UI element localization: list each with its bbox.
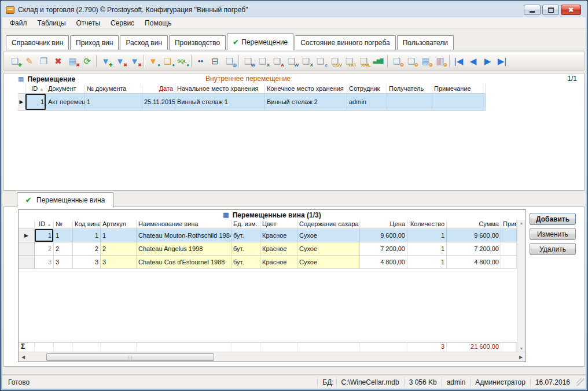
cell[interactable]: Сухое	[297, 229, 360, 242]
cell[interactable]: Chateau Cos d'Estournel 1988	[137, 256, 231, 269]
menu-tables[interactable]: Таблицы	[32, 18, 71, 28]
column-header[interactable]: Артикул	[101, 220, 137, 229]
tab-production[interactable]: Производство	[169, 35, 226, 50]
cell[interactable]: 1	[85, 94, 142, 110]
scroll-right-icon[interactable]: ▶	[516, 352, 525, 362]
cell[interactable]: 4 800,00	[360, 256, 407, 269]
edit-button[interactable]: Изменить	[530, 228, 576, 240]
nav-prev-button[interactable]: ◀	[466, 54, 480, 68]
table-row[interactable]: 2222Chateau Angelus 1998бут.КрасноеСухое…	[19, 242, 517, 256]
minimize-button[interactable]	[524, 5, 541, 15]
cell[interactable]: 2	[101, 242, 137, 256]
column-header[interactable]: Ед. изм.	[231, 220, 260, 229]
column-header[interactable]: Наименование вина	[137, 220, 231, 229]
filter-view-button[interactable]: ▼●	[146, 54, 160, 68]
cell[interactable]: Chateau Angelus 1998	[137, 242, 231, 256]
scroll-up-icon[interactable]: ▲	[520, 221, 524, 225]
tab-wine-arrival[interactable]: Приход вин	[70, 35, 119, 50]
column-header[interactable]: Начальное место хранения	[175, 84, 265, 94]
close-button[interactable]: ✖	[561, 5, 581, 15]
export-word-button[interactable]: ❏W	[241, 54, 255, 68]
column-header[interactable]: Примеч	[501, 220, 517, 229]
cell[interactable]: 3	[35, 256, 54, 269]
cell[interactable]	[501, 229, 517, 242]
table-row[interactable]: 3333Chateau Cos d'Estournel 1988бут.Крас…	[19, 256, 517, 269]
cell[interactable]: 4 800,00	[447, 256, 501, 269]
cell[interactable]: admin	[347, 94, 387, 110]
cell[interactable]: Красное	[260, 229, 297, 242]
row-selector[interactable]: ▶	[18, 94, 25, 110]
structure-view-button[interactable]: ❑●	[160, 54, 175, 68]
add-record-button[interactable]: ❏✚	[8, 54, 22, 68]
column-header[interactable]: Количество	[407, 220, 447, 229]
table-row[interactable]: ▶1Акт перемещения125.11.2015Винный стела…	[18, 94, 486, 110]
chart-button[interactable]: ▃▆█	[371, 54, 385, 68]
column-header[interactable]: Получатель	[387, 84, 432, 94]
filter-add-button[interactable]: ▼✚	[98, 54, 113, 68]
delete-record-button[interactable]: ✖	[51, 54, 65, 68]
cell[interactable]: 1	[101, 229, 137, 242]
cell[interactable]	[501, 242, 517, 256]
sql-view-button[interactable]: SQL●	[175, 54, 189, 68]
delete-from-table-button[interactable]: ▦✖	[65, 54, 80, 68]
cell[interactable]: Сухое	[297, 256, 360, 269]
column-header[interactable]: Сотрудник	[347, 84, 387, 94]
column-header[interactable]	[19, 220, 35, 229]
find-button[interactable]: ●●	[193, 54, 208, 68]
export-excel-button[interactable]: ❏X	[255, 54, 270, 68]
form-settings-button[interactable]: ❏⚙	[404, 54, 418, 68]
column-header[interactable]: Дата	[142, 84, 175, 94]
tab-moved-wines[interactable]: ✔ Перемещенные вина	[17, 192, 113, 208]
cell[interactable]: 7 200,00	[360, 242, 407, 256]
cell[interactable]: бут.	[231, 256, 260, 269]
nav-first-button[interactable]: |◀	[451, 54, 466, 68]
row-selector[interactable]	[19, 242, 35, 256]
cell[interactable]	[432, 94, 486, 110]
horizontal-scrollbar[interactable]: ◀ ||| ▶	[19, 352, 525, 362]
cell[interactable]: 1	[407, 229, 447, 242]
cell[interactable]: 9 600,00	[360, 229, 407, 242]
menu-service[interactable]: Сервис	[105, 18, 139, 28]
tab-wine-directory[interactable]: Справочник вин	[6, 35, 69, 50]
cell[interactable]: 1	[407, 242, 447, 256]
export-pdf-button[interactable]: ❏A	[270, 54, 284, 68]
scroll-down-icon[interactable]: ▼	[520, 346, 524, 351]
table-settings-button[interactable]: ▦⚙	[418, 54, 433, 68]
column-header[interactable]: Примечание	[432, 84, 486, 94]
cell[interactable]: 3	[73, 256, 101, 269]
column-header[interactable]: Конечное место хранения	[265, 84, 347, 94]
cell[interactable]: Акт перемещения	[46, 94, 85, 110]
cell[interactable]: бут.	[231, 229, 260, 242]
export-txt-button[interactable]: ❏TXT	[342, 54, 357, 68]
scrollbar-thumb[interactable]: |||	[46, 353, 214, 361]
resize-grip-icon[interactable]	[576, 378, 584, 386]
cell[interactable]: Винный стелаж 1	[175, 94, 265, 110]
restore-button[interactable]	[542, 5, 559, 15]
cell[interactable]: Красное	[260, 242, 297, 256]
column-header[interactable]: Код вина	[73, 220, 101, 229]
cell[interactable]: 7 200,00	[447, 242, 501, 256]
cell[interactable]: 1	[35, 229, 54, 242]
cell[interactable]: 1	[407, 256, 447, 269]
column-header[interactable]: ID▲	[35, 220, 54, 229]
tab-users[interactable]: Пользователи	[397, 35, 454, 50]
menu-help[interactable]: Помощь	[139, 18, 177, 28]
cell[interactable]: 1	[25, 94, 46, 110]
cell[interactable]: 25.11.2015	[142, 94, 175, 110]
nav-next-button[interactable]: ▶	[480, 54, 495, 68]
cell[interactable]: 1	[54, 229, 73, 242]
export-csv-button[interactable]: ❏CSV	[328, 54, 342, 68]
export-word-template-button[interactable]: ❏W	[284, 54, 299, 68]
copy-record-button[interactable]: ❐	[36, 54, 51, 68]
cell[interactable]	[501, 256, 517, 269]
vertical-scrollbar[interactable]: ▲ ▼	[517, 220, 525, 352]
column-header[interactable]: Сумма	[447, 220, 501, 229]
cell[interactable]: 3	[54, 256, 73, 269]
refresh-button[interactable]: ⟳	[80, 54, 94, 68]
cell[interactable]: 2	[73, 242, 101, 256]
add-button[interactable]: Добавить	[530, 213, 576, 225]
print-button[interactable]: ⊟	[208, 54, 222, 68]
edit-record-button[interactable]: ✎	[22, 54, 36, 68]
cell[interactable]	[387, 94, 432, 110]
export-xml-button[interactable]: ❏XML	[357, 54, 371, 68]
